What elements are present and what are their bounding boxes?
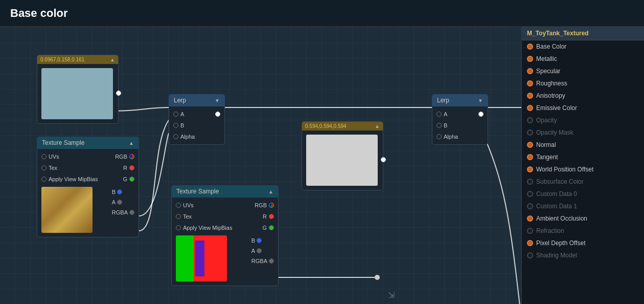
- rp-subsurface-pin[interactable]: [527, 179, 533, 185]
- resize-handle[interactable]: ⇲: [388, 290, 395, 300]
- rp-custom-data-0[interactable]: Custom Data 0: [522, 188, 644, 200]
- rp-base-color[interactable]: Base Color: [522, 40, 644, 53]
- rp-world-position[interactable]: World Position Offset: [522, 163, 644, 176]
- rp-normal[interactable]: Normal: [522, 139, 644, 151]
- texture-node-1-a-pin[interactable]: [117, 200, 122, 205]
- rp-custom-data-0-pin[interactable]: [527, 191, 533, 197]
- texture-node-1-tex-pin-in[interactable]: [41, 165, 47, 170]
- rp-ao-label: Ambient Occlusion: [536, 215, 587, 222]
- rp-normal-pin[interactable]: [527, 142, 533, 148]
- rp-opacity[interactable]: Opacity: [522, 114, 644, 126]
- texture-node-1-rgba-pin[interactable]: [129, 210, 134, 215]
- rp-base-color-pin[interactable]: [527, 44, 533, 50]
- rp-emissive-color[interactable]: Emissive Color: [522, 102, 644, 114]
- rp-refraction-pin[interactable]: [527, 228, 533, 234]
- texture-node-2-mip-pin[interactable]: [176, 225, 181, 230]
- lerp-node-1-chevron[interactable]: ▼: [215, 98, 220, 103]
- rp-refraction[interactable]: Refraction: [522, 225, 644, 237]
- rp-pixel-depth-pin[interactable]: [527, 240, 533, 246]
- texture-node-1-rgb-pin[interactable]: [129, 154, 134, 159]
- rp-emissive-pin[interactable]: [527, 105, 533, 111]
- canvas-area[interactable]: 0.0967,0.158,0.161 ▲ Texture Sample ▲: [0, 27, 521, 304]
- texture-node-2-rgba-pin[interactable]: [269, 258, 274, 264]
- lerp-node-2-alpha-pin[interactable]: [436, 134, 442, 139]
- rp-ao-pin[interactable]: [527, 215, 533, 222]
- texture-node-1-g-pin[interactable]: [129, 177, 134, 182]
- rp-roughness[interactable]: Roughness: [522, 77, 644, 90]
- right-panel-header: M_ToyTank_Textured: [522, 27, 644, 40]
- texture-node-2-g-pin[interactable]: [269, 225, 274, 230]
- rp-anisotropy-label: Anisotropy: [536, 92, 565, 99]
- rp-metallic[interactable]: Metallic: [522, 53, 644, 65]
- texture-node-2-r-pin[interactable]: [269, 214, 274, 219]
- rp-custom-data-1-pin[interactable]: [527, 203, 533, 209]
- rp-custom-data-0-label: Custom Data 0: [536, 190, 577, 198]
- texture-node-1-title: Texture Sample: [42, 139, 84, 146]
- rp-opacity-pin[interactable]: [527, 117, 533, 123]
- rp-pixel-depth[interactable]: Pixel Depth Offset: [522, 237, 644, 249]
- texture-node-1-r-pin[interactable]: [129, 165, 134, 170]
- lerp-node-1-alpha-pin[interactable]: [173, 134, 178, 139]
- lerp-node-2-out-pin[interactable]: [478, 112, 484, 117]
- texture-node-1[interactable]: Texture Sample ▲ UVs RGB: [37, 137, 139, 237]
- lerp-node-1[interactable]: Lerp ▼ A B: [169, 94, 225, 145]
- lerp-node-2-b-pin[interactable]: [436, 123, 442, 128]
- texture-node-1-mip-pin-in[interactable]: [41, 177, 47, 182]
- texture-node-2-b-pin[interactable]: [257, 238, 262, 243]
- rp-subsurface[interactable]: Subsurface Color: [522, 176, 644, 188]
- texture-node-2-tex-pin[interactable]: [176, 214, 181, 219]
- rp-opacity-mask-pin[interactable]: [527, 129, 533, 136]
- texture-node-2[interactable]: Texture Sample ▲ UVs RGB: [171, 185, 279, 286]
- texture-node-1-uvs-label: UVs: [49, 154, 59, 160]
- color-node-1[interactable]: 0.0967,0.158,0.161 ▲: [37, 55, 119, 124]
- rp-pixel-depth-label: Pixel Depth Offset: [536, 240, 586, 247]
- rp-tangent[interactable]: Tangent: [522, 151, 644, 163]
- lerp-node-2-a-pin[interactable]: [436, 112, 442, 117]
- texture-node-2-uvs-pin[interactable]: [176, 203, 181, 208]
- texture-node-1-tex-label: Tex: [49, 165, 57, 171]
- lerp-node-1-b-label: B: [180, 122, 184, 128]
- rp-custom-data-1[interactable]: Custom Data 1: [522, 200, 644, 212]
- rp-opacity-mask[interactable]: Opacity Mask: [522, 126, 644, 139]
- lerp-node-2-chevron[interactable]: ▼: [478, 98, 483, 103]
- color-node-1-header: 0.0967,0.158,0.161 ▲: [37, 55, 118, 64]
- rp-roughness-pin[interactable]: [527, 80, 533, 86]
- texture-node-1-b-pin[interactable]: [117, 189, 122, 194]
- rp-anisotropy-pin[interactable]: [527, 93, 533, 99]
- texture-node-2-a-pin[interactable]: [257, 248, 262, 253]
- color-node-2[interactable]: 0.594,0.594,0.594 ▲: [302, 121, 383, 190]
- lerp-node-1-b-pin[interactable]: [173, 123, 178, 128]
- rp-emissive-label: Emissive Color: [536, 104, 577, 112]
- texture-node-2-rgb-pin[interactable]: [269, 203, 274, 208]
- rp-world-position-label: World Position Offset: [536, 166, 593, 173]
- texture-node-2-mip-row: Apply View MipBias G: [172, 222, 278, 233]
- lerp-node-1-a-pin[interactable]: [173, 112, 178, 117]
- rp-shading-model-pin[interactable]: [527, 252, 533, 258]
- color-node-2-header: 0.594,0.594,0.594 ▲: [302, 122, 383, 131]
- lerp-node-2[interactable]: Lerp ▼ A B: [432, 94, 488, 145]
- color-node-2-output-pin[interactable]: [381, 157, 386, 162]
- rp-shading-model[interactable]: Shading Model: [522, 249, 644, 262]
- color-node-1-chevron[interactable]: ▲: [110, 57, 115, 62]
- rp-custom-data-1-label: Custom Data 1: [536, 203, 577, 210]
- texture-node-2-chevron[interactable]: ▲: [268, 189, 273, 194]
- rp-ambient-occlusion[interactable]: Ambient Occlusion: [522, 212, 644, 225]
- lerp-node-2-alpha-label: Alpha: [444, 134, 458, 140]
- texture-node-1-uvs-pin-in[interactable]: [41, 154, 47, 159]
- texture-node-2-mip-label: Apply View MipBias: [183, 225, 232, 231]
- rp-base-color-label: Base Color: [536, 43, 566, 50]
- rp-world-position-pin[interactable]: [527, 166, 533, 172]
- color-node-2-chevron[interactable]: ▲: [375, 123, 380, 129]
- rp-anisotropy[interactable]: Anisotropy: [522, 90, 644, 102]
- junction-dot: [375, 275, 380, 280]
- texture-node-1-b-label: B: [112, 189, 116, 195]
- rp-metallic-pin[interactable]: [527, 56, 533, 62]
- rp-specular[interactable]: Specular: [522, 65, 644, 77]
- main-container: Base color 0.0967,0.158,0.161 ▲: [0, 0, 644, 304]
- texture-node-1-chevron[interactable]: ▲: [129, 140, 134, 146]
- color-node-1-output-pin[interactable]: [116, 91, 121, 96]
- rp-tangent-pin[interactable]: [527, 154, 533, 160]
- lerp-node-1-out-pin[interactable]: [215, 112, 220, 117]
- rp-specular-pin[interactable]: [527, 68, 533, 74]
- texture-node-1-g-label: G: [123, 176, 127, 182]
